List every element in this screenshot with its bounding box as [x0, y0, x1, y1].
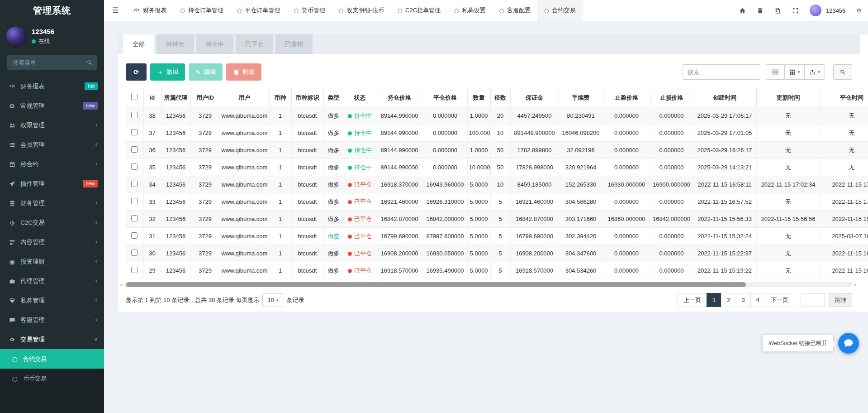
sidebar-item[interactable]: 会员管理‹ [0, 135, 104, 154]
page-button[interactable]: 3 [736, 293, 751, 307]
column-header-leverage: 倍数 [490, 88, 510, 107]
table-row[interactable]: 311234563729www.qibuma.com1btcusdt做空已平仓1… [126, 228, 868, 245]
topnav-tab[interactable]: ○收支明细-法币 [332, 0, 391, 21]
table-row[interactable]: 381234563729www.qibuma.com1btcusdt做多持仓中8… [126, 107, 868, 125]
topnav-user-name[interactable]: 123456 [826, 7, 845, 14]
table-row[interactable]: 301234563729www.qibuma.com1btcusdt做多已平仓1… [126, 245, 868, 262]
hamburger-icon[interactable]: ☰ [104, 7, 127, 14]
detail-view-button[interactable] [766, 64, 785, 80]
export-button[interactable]: ▾ [805, 64, 825, 80]
columns-button[interactable]: ▾ [785, 64, 805, 80]
delete-button[interactable]: 删除 [226, 63, 261, 81]
scrollbar-thumb[interactable] [126, 282, 746, 287]
table-row[interactable]: 321234563729www.qibuma.com1btcusdt做多已平仓1… [126, 211, 868, 228]
sidebar-item[interactable]: 客服管理‹ [0, 310, 104, 330]
sidebar-item[interactable]: C2C交易‹ [0, 213, 104, 232]
row-checkbox[interactable] [131, 112, 138, 118]
scroll-left-icon[interactable]: ‹ [120, 282, 122, 288]
edit-button[interactable]: ✎编辑 [189, 63, 223, 81]
sidebar-item[interactable]: 财务管理‹ [0, 193, 104, 213]
row-checkbox[interactable] [131, 215, 138, 221]
cell-user: www.qibuma.com [220, 159, 269, 176]
sidebar-subitem[interactable]: ○币币交易 [0, 369, 104, 388]
refresh-button[interactable]: ⟳ [126, 63, 147, 81]
trash-icon[interactable] [757, 7, 764, 14]
cell-coin: 1 [269, 228, 291, 245]
avatar[interactable] [810, 5, 821, 16]
table-row[interactable]: 351234563729www.qibuma.com1btcusdt做多持仓中8… [126, 159, 868, 176]
topnav-tab[interactable]: ○客服配置 [493, 0, 537, 21]
row-checkbox[interactable] [131, 232, 138, 239]
sidebar-item[interactable]: ⚙常规管理new [0, 96, 104, 115]
row-checkbox[interactable] [131, 250, 138, 256]
clear-cache-icon[interactable] [774, 7, 781, 14]
status-dot-icon [348, 217, 352, 221]
topnav-tab[interactable]: ○私募设置 [447, 0, 492, 21]
sidebar-item[interactable]: 代理管理‹ [0, 271, 104, 291]
prev-page-button[interactable]: 上一页 [678, 293, 707, 307]
select-all-checkbox[interactable] [131, 94, 138, 100]
row-checkbox[interactable] [131, 267, 138, 273]
cell-leverage: 10 [490, 125, 510, 142]
table-row[interactable]: 371234563729www.qibuma.com1btcusdt做多持仓中8… [126, 125, 868, 142]
page-button[interactable]: 4 [750, 293, 765, 307]
next-page-button[interactable]: 下一页 [765, 293, 794, 307]
sidebar-item[interactable]: 内容管理‹ [0, 232, 104, 252]
cell-fee: 80.230491 [559, 107, 603, 125]
status-dot-icon [348, 114, 352, 118]
topnav-tab[interactable]: ○合约交易 [537, 0, 582, 21]
filter-tab[interactable]: 已平仓 [236, 34, 273, 54]
table-row[interactable]: 291234563729www.qibuma.com1btcusdt做多已平仓1… [126, 262, 868, 279]
sidebar-item[interactable]: 私募管理‹ [0, 291, 104, 310]
column-header-take-profit: 止盈价格 [603, 88, 650, 107]
topnav-tab-label: 货币管理 [302, 6, 325, 14]
cell-open-price: 16918.370000 [376, 176, 423, 193]
column-header-coin: 币种 [269, 88, 291, 107]
topnav-tab-label: 平仓订单管理 [245, 6, 280, 14]
filter-tab[interactable]: 持仓中 [196, 34, 234, 54]
filter-tab[interactable]: 全部 [123, 34, 154, 54]
sidebar-item[interactable]: 权限管理‹ [0, 115, 104, 135]
search-button[interactable] [833, 64, 852, 80]
add-button[interactable]: ＋添加 [150, 63, 185, 81]
row-checkbox[interactable] [131, 146, 138, 153]
table-search-input[interactable] [683, 64, 760, 80]
sidebar-item[interactable]: 插件管理new [0, 174, 104, 193]
sidebar-item-label: 插件管理 [20, 180, 45, 188]
table-row[interactable]: 341234563729www.qibuma.com1btcusdt做多已平仓1… [126, 176, 868, 193]
cell-amount: 5.0000 [467, 193, 490, 211]
filter-tab[interactable]: 已撤销 [275, 34, 313, 54]
topnav-tab[interactable]: ○平仓订单管理 [230, 0, 287, 21]
topnav-tab[interactable]: 财务报表 [127, 0, 173, 21]
sidebar-item[interactable]: ◉投资理财‹ [0, 252, 104, 271]
sidebar-item[interactable]: 秒合约‹ [0, 154, 104, 174]
page-button[interactable]: 1 [707, 293, 721, 307]
table-row[interactable]: 361234563729www.qibuma.com1btcusdt做多持仓中8… [126, 142, 868, 159]
sidebar-item[interactable]: 财务报表hot [0, 77, 104, 96]
scroll-right-icon[interactable]: › [854, 282, 856, 288]
row-checkbox[interactable] [131, 198, 138, 204]
home-icon[interactable] [739, 7, 746, 14]
scrollbar-track[interactable] [123, 282, 853, 287]
cell-leverage: 5 [490, 193, 510, 211]
jump-page-input[interactable] [801, 293, 825, 307]
pencil-icon: ✎ [195, 69, 201, 75]
sidebar-subitem[interactable]: ○合约交易 [0, 349, 104, 369]
row-checkbox[interactable] [131, 163, 138, 170]
fullscreen-icon[interactable] [792, 7, 799, 14]
filter-tab[interactable]: 待持仓 [157, 34, 194, 54]
jump-button[interactable]: 跳转 [829, 293, 852, 307]
topnav-tab[interactable]: ○货币管理 [287, 0, 332, 21]
row-checkbox[interactable] [131, 181, 138, 187]
cell-margin: 4457.249500 [510, 107, 559, 125]
page-button[interactable]: 2 [721, 293, 736, 307]
row-checkbox[interactable] [131, 129, 138, 135]
menu-search-input[interactable] [7, 55, 97, 70]
page-size-select[interactable]: 10 ▴ [262, 293, 283, 307]
topnav-tab[interactable]: ○持仓订单管理 [173, 0, 230, 21]
gear-icon[interactable]: ⚙ [856, 8, 862, 14]
topnav-tab[interactable]: ○C2C挂单管理 [391, 0, 448, 21]
chat-widget-button[interactable] [838, 333, 859, 354]
table-row[interactable]: 331234563729www.qibuma.com1btcusdt做多已平仓1… [126, 193, 868, 211]
sidebar-item[interactable]: 交易管理∨ [0, 330, 104, 349]
